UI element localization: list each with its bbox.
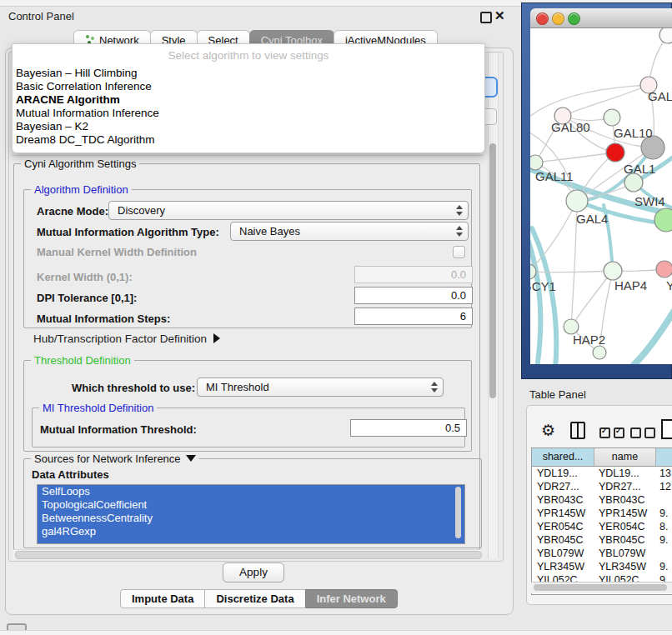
table-cell: 9. [654,533,672,547]
attributes-scrollbar[interactable] [455,487,461,538]
node-label: GAL [648,89,672,103]
mi-threshold-input[interactable] [350,419,467,437]
table-row[interactable]: YER054CYER054C8. [532,520,672,533]
algorithm-placeholder: Select algorithm to view settings [13,49,484,62]
hub-definition-row[interactable]: Hub/Transcription Factor Definition [33,332,220,345]
sources-title: Sources for Network Inference [34,452,181,465]
table-hscroll-thumb[interactable] [534,584,667,591]
table-row[interactable]: YBR045CYBR045C9. [532,533,672,547]
table-panel-title: Table Panel [529,388,586,401]
table-row[interactable]: YLR345WYLR345W9. [532,560,672,573]
kernel-width-input[interactable] [354,266,473,283]
close-icon[interactable]: ✕ [494,8,505,23]
zoom-light-icon[interactable] [568,12,580,25]
table-cell: YDR27... [532,480,594,493]
apply-button[interactable]: Apply [223,562,284,582]
aracne-mode-combo[interactable]: Discovery [108,201,469,220]
bottom-tab-infer-network[interactable]: Infer Network [305,589,398,608]
table-row[interactable]: YDL19...YDL19...13 [532,467,672,480]
columns-icon[interactable] [570,422,585,439]
table-cell: YPR145W [594,507,654,520]
bottom-tab-discretize-data[interactable]: Discretize Data [204,589,305,608]
network-node[interactable] [604,262,622,280]
mi-type-value: Naive Bayes [239,225,300,238]
table-cell [654,547,672,560]
network-canvas[interactable]: GALGAL80GAL10GAL1GAL11SWI4GAL4GCY1HAP4YH… [530,28,672,364]
column-header[interactable]: name [594,448,656,466]
algorithm-option[interactable]: Basic Correlation Inference [13,80,484,93]
table-cell: YBL079W [532,547,594,560]
deselect-all-checks-icon[interactable] [630,427,659,442]
algorithm-option[interactable]: Bayesian – K2 [13,120,484,133]
attribute-item[interactable]: gal4RGexp [38,525,464,538]
table-cell: 9. [654,560,672,573]
table-cell: YBR045C [594,533,654,547]
network-node[interactable] [606,143,624,162]
expand-right-icon[interactable] [213,333,220,343]
gear-icon[interactable]: ⚙ [541,421,555,440]
settings-vscroll-thumb[interactable] [489,143,496,398]
document-icon[interactable] [661,419,672,439]
mi-steps-input[interactable] [354,308,473,325]
minimize-light-icon[interactable] [552,12,564,25]
attribute-item[interactable]: TopologicalCoefficient [38,498,464,512]
node-label: SWI4 [634,194,665,208]
checked-box-icon [614,428,624,438]
column-header[interactable]: shared... [532,448,594,466]
table-cell [654,493,672,507]
algorithm-option[interactable]: Mutual Information Inference [13,107,484,120]
network-node[interactable] [656,261,672,278]
select-all-checks-icon[interactable] [599,427,628,442]
table-cell: YBR043C [594,493,654,507]
dpi-tolerance-label: DPI Tolerance [0,1]: [37,292,137,304]
settings-hscroll-thumb[interactable] [15,551,482,559]
aracne-mode-label: Aracne Mode: [37,205,108,218]
network-node[interactable] [566,190,588,212]
network-edge[interactable] [530,271,613,272]
collapse-down-icon[interactable] [186,455,196,462]
which-threshold-combo[interactable]: MI Threshold [197,378,444,397]
table-row[interactable]: YBL079WYBL079W [532,547,672,560]
table-cell: YPR145W [532,507,594,520]
network-node[interactable] [593,346,606,359]
algorithm-option[interactable]: ARACNE Algorithm [13,93,484,107]
attribute-item[interactable]: SelfLoops [38,485,464,498]
network-node[interactable] [659,28,672,43]
sources-title-row[interactable]: Sources for Network Inference [31,452,199,465]
table-row[interactable]: YPR145WYPR145W9. [532,507,672,520]
network-edge[interactable] [530,85,649,122]
column-header[interactable] [656,448,672,466]
float-icon[interactable] [480,12,492,23]
table-cell: 8. [654,520,672,533]
dpi-tolerance-input[interactable] [354,287,473,304]
close-light-icon[interactable] [536,12,549,25]
table-row[interactable]: YBR043CYBR043C [532,493,672,507]
network-node[interactable] [530,155,543,170]
kernel-width-label: Kernel Width (0,1): [37,271,133,283]
bottom-tab-impute-data[interactable]: Impute Data [120,589,205,608]
table-row[interactable]: YDR27...YDR27...12 [532,480,672,493]
partial-selected-item[interactable] [38,538,464,543]
manual-kernel-checkbox[interactable] [453,246,465,258]
network-node[interactable] [604,109,620,126]
table-rows: YDL19...YDL19...13YDR27...YDR27...12YBR0… [532,467,672,587]
attribute-item[interactable]: BetweennessCentrality [38,512,464,525]
algorithm-option[interactable]: Bayesian – Hill Climbing [13,67,484,80]
network-edge[interactable] [535,152,615,162]
network-window[interactable]: GALGAL80GAL10GAL1GAL11SWI4GAL4GCY1HAP4YH… [521,2,672,379]
algorithm-option[interactable]: Dream8 DC_TDC Algorithm [13,133,484,147]
stepper-arrows-icon [456,225,463,238]
table-cell: YLR345W [594,560,654,573]
attr-items: SelfLoopsTopologicalCoefficientBetweenne… [38,485,464,538]
algorithm-dropdown-popup: Select algorithm to view settings Bayesi… [12,43,485,153]
node-label: HAP2 [573,332,605,347]
network-edge[interactable] [532,228,556,364]
network-titlebar[interactable] [530,8,672,28]
network-edge[interactable] [629,303,672,364]
mi-threshold-group-title: MI Threshold Definition [39,402,157,414]
hub-definition-label: Hub/Transcription Factor Definition [33,332,207,345]
mi-type-combo[interactable]: Naive Bayes [230,222,469,241]
network-node[interactable] [624,173,643,192]
network-canvas-svg: GALGAL80GAL10GAL1GAL11SWI4GAL4GCY1HAP4YH… [530,28,672,364]
threshold-definition-title: Threshold Definition [31,354,134,367]
